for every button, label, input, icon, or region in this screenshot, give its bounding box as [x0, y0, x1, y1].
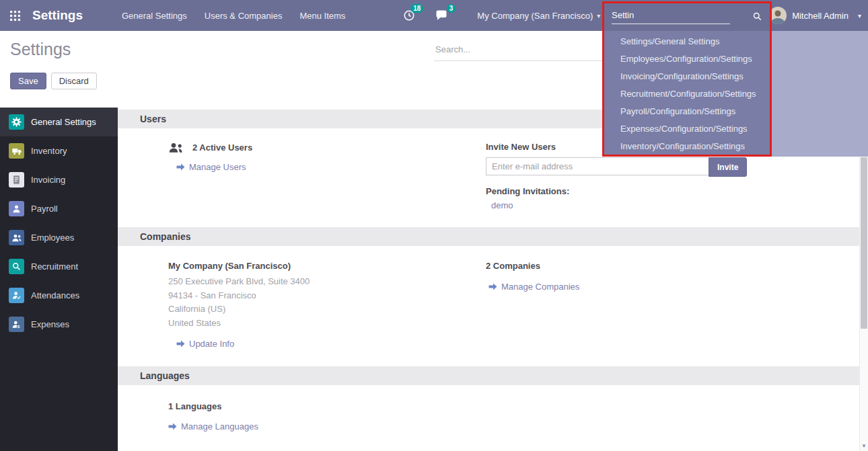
arrow-right-icon [176, 340, 185, 347]
dropdown-result-item[interactable]: Expenses/Configuration/Settings [604, 120, 770, 138]
chevron-down-icon: ▾ [858, 12, 861, 19]
dropdown-search-input[interactable]: Settin [612, 10, 730, 24]
grid-icon [10, 11, 20, 21]
section-header-companies: Companies [118, 227, 859, 246]
messages-menu-button[interactable]: 3 [435, 9, 447, 22]
languages-count: 1 Languages [168, 401, 486, 411]
sidebar-item-label: Employees [31, 233, 74, 243]
sidebar-item-label: Expenses [31, 319, 69, 329]
sidebar-item-recruitment[interactable]: Recruitment [0, 252, 118, 281]
manage-users-label: Manage Users [189, 162, 246, 172]
sidebar-item-expenses[interactable]: $ Expenses [0, 310, 118, 339]
apps-menu-icon[interactable] [0, 0, 30, 31]
manage-companies-link[interactable]: Manage Companies [489, 282, 579, 292]
sidebar-item-payroll[interactable]: Payroll [0, 194, 118, 223]
invite-email-input[interactable] [486, 157, 709, 175]
sidebar-item-inventory[interactable]: Inventory [0, 136, 118, 165]
search-icon[interactable] [752, 11, 762, 24]
sidebar-item-label: Payroll [31, 204, 58, 214]
expense-dollar-icon: $ [9, 317, 24, 332]
settings-sidebar: General Settings Inventory Invoicing Pay… [0, 108, 118, 451]
invoice-document-icon [9, 172, 24, 188]
message-count-badge: 3 [447, 4, 456, 13]
dropdown-result-item[interactable]: Settings/General Settings [604, 33, 770, 50]
search-dropdown: Settin Settings/General Settings Employe… [602, 1, 772, 157]
dropdown-result-item[interactable]: Employees/Configuration/Settings [604, 50, 770, 68]
address-line: United States [168, 317, 486, 331]
company-name: My Company (San Francisco) [477, 11, 593, 21]
arrow-right-icon [168, 423, 177, 430]
manage-companies-label: Manage Companies [501, 282, 579, 292]
manage-languages-link[interactable]: Manage Languages [168, 421, 258, 432]
people-icon [9, 230, 24, 245]
company-name-label: My Company (San Francisco) [168, 261, 486, 271]
systray: 18 3 My Company (San Francisco) ▾ [403, 9, 600, 22]
sidebar-item-attendances[interactable]: Attendances [0, 281, 118, 310]
update-info-link[interactable]: Update Info [176, 339, 234, 349]
sidebar-item-label: Inventory [31, 146, 67, 156]
languages-section: 1 Languages Manage Languages [118, 385, 859, 449]
sidebar-item-label: Invoicing [31, 175, 65, 185]
payroll-person-icon [9, 201, 24, 216]
arrow-right-icon [489, 283, 497, 290]
menu-general-settings[interactable]: General Settings [122, 11, 187, 21]
companies-count: 2 Companies [486, 261, 846, 271]
avatar [769, 7, 787, 24]
company-address: 250 Executive Park Blvd, Suite 3400 9413… [168, 275, 486, 330]
form-buttons: Save Discard [10, 73, 97, 89]
chat-bubble-icon [435, 9, 447, 22]
arrow-right-icon [176, 163, 185, 171]
invite-button[interactable]: Invite [709, 157, 747, 177]
address-line: California (US) [168, 302, 486, 317]
discard-button[interactable]: Discard [51, 73, 97, 89]
users-group-icon [168, 142, 184, 153]
user-menu-panel [772, 31, 868, 157]
chevron-down-icon: ▾ [597, 12, 600, 19]
sidebar-item-employees[interactable]: Employees [0, 223, 118, 252]
dropdown-result-item[interactable]: Invoicing/Configuration/Settings [604, 68, 770, 85]
manage-languages-label: Manage Languages [181, 421, 258, 432]
app-menu: General Settings Users & Companies Menu … [122, 11, 345, 21]
attendance-check-icon [9, 288, 24, 303]
companies-section: My Company (San Francisco) 250 Executive… [118, 246, 859, 366]
dropdown-results: Settings/General Settings Employees/Conf… [604, 31, 770, 155]
companies-right-column: 2 Companies Manage Companies [486, 261, 846, 350]
sidebar-item-general-settings[interactable]: General Settings [0, 108, 118, 136]
page-title: Settings [10, 40, 71, 59]
update-info-label: Update Info [189, 339, 234, 349]
gear-icon [9, 114, 24, 130]
save-button[interactable]: Save [10, 73, 46, 89]
languages-left-column: 1 Languages Manage Languages [168, 401, 486, 432]
sidebar-item-invoicing[interactable]: Invoicing [0, 165, 118, 194]
companies-left-column: My Company (San Francisco) 250 Executive… [168, 261, 486, 350]
dropdown-result-item[interactable]: Inventory/Configuration/Settings [604, 138, 770, 155]
menu-users-companies[interactable]: Users & Companies [205, 11, 283, 21]
users-left-column: 2 Active Users Manage Users [168, 142, 486, 210]
magnifier-icon [9, 259, 24, 274]
scrollbar-down-arrow[interactable]: ▼ [860, 443, 868, 449]
dropdown-search-box: Settin [604, 3, 770, 31]
settings-content: Users 2 Active Users Manage Users Invite… [118, 108, 859, 451]
user-name: Mitchell Admin [792, 11, 848, 21]
active-users-count: 2 Active Users [192, 142, 252, 153]
sidebar-item-label: Attendances [31, 290, 79, 300]
pending-invitee-link[interactable]: demo [491, 200, 513, 210]
company-switcher[interactable]: My Company (San Francisco) ▾ [477, 11, 600, 21]
menu-menu-items[interactable]: Menu Items [299, 11, 345, 21]
sidebar-item-label: General Settings [31, 117, 96, 127]
scrollbar-thumb[interactable] [861, 157, 867, 329]
section-header-languages: Languages [118, 366, 859, 385]
truck-icon [9, 143, 24, 159]
svg-text:$: $ [17, 324, 20, 329]
sidebar-item-label: Recruitment [31, 261, 78, 272]
dropdown-result-item[interactable]: Payroll/Configuration/Settings [604, 103, 770, 120]
app-title[interactable]: Settings [32, 8, 83, 23]
address-line: 250 Executive Park Blvd, Suite 3400 [168, 275, 486, 289]
activity-count-badge: 18 [410, 4, 423, 13]
pending-invitations-label: Pending Invitations: [486, 186, 846, 196]
manage-users-link[interactable]: Manage Users [176, 162, 246, 172]
address-line: 94134 - San Francisco [168, 289, 486, 303]
activity-menu-button[interactable]: 18 [403, 9, 415, 22]
dropdown-result-item[interactable]: Recruitment/Configuration/Settings [604, 85, 770, 103]
user-menu[interactable]: Mitchell Admin ▾ [769, 0, 861, 31]
